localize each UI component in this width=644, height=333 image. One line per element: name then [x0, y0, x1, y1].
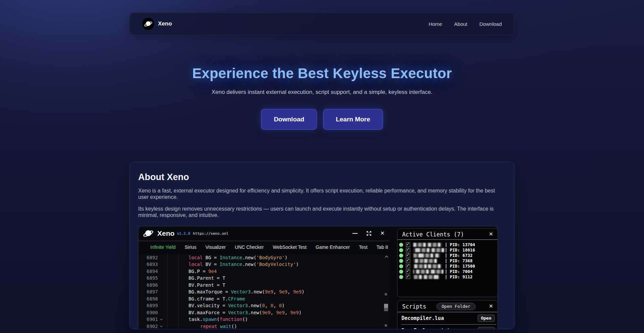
line-number: 6901: [147, 317, 159, 322]
client-name-blurred: [413, 248, 445, 252]
hero-subtitle: Xeno delivers instant external execution…: [0, 89, 644, 96]
tab-infinite-yield: Infinite Yield: [150, 244, 176, 250]
code-text: BV.velocity = Vector3.new(0, 0, 0): [165, 303, 285, 308]
code-line: 6893local BV = Instance.new('BodyVelocit…: [139, 261, 389, 268]
hero-buttons: Download Learn More: [0, 109, 644, 130]
script-list: Decompiler.luaOpenDex Explorer.txtOpen: [397, 312, 498, 329]
hero-section: Experience the Best Keyless Executor Xen…: [0, 65, 644, 130]
tab-sirius: Sirius: [185, 244, 197, 250]
xeno-app-window: Xeno v1.2.0 https://xeno.onl ✕ Infinite …: [139, 226, 389, 329]
download-button[interactable]: Download: [261, 109, 317, 130]
client-pid: | PID: 9112: [445, 274, 473, 279]
code-text: BG.cframe = T.CFrame: [165, 296, 245, 301]
code-line: 6900BV.maxForce = Vector3.new(9e9, 9e9, …: [139, 309, 389, 316]
code-line: 6897BG.maxTorque = Vector3.new(9e9, 9e9,…: [139, 288, 389, 295]
tab-unc-checker: UNC Checker: [235, 244, 264, 250]
navbar: Xeno HomeAboutDownload: [129, 12, 515, 35]
close-icon: ✕: [380, 231, 385, 236]
online-dot-icon: [399, 275, 403, 279]
client-checkbox: [406, 259, 410, 263]
tab-test: Test: [359, 244, 368, 250]
code-line: 6901task.spawn(function(): [139, 316, 389, 323]
line-gutter: 6892: [139, 255, 165, 260]
client-row: | PID: 7368: [399, 258, 495, 264]
online-dot-icon: [399, 264, 403, 268]
minimize-icon: [353, 233, 358, 234]
online-dot-icon: [399, 259, 403, 263]
app-screenshot: Xeno v1.2.0 https://xeno.onl ✕ Infinite …: [138, 226, 498, 329]
tab-websocket-test: WebSocket Test: [273, 244, 307, 250]
code-line: 6898BG.cframe = T.CFrame: [139, 295, 389, 302]
client-pid: | PID: 17500: [445, 264, 475, 269]
client-row: | PID: 17500: [399, 264, 495, 269]
line-gutter: 6896: [139, 282, 165, 288]
client-row: | PID: 9112: [399, 274, 495, 280]
active-clients-title: Active Clients (7): [402, 231, 464, 238]
open-folder-button: Open Folder: [436, 303, 475, 310]
script-tabbar: Infinite YieldSiriusVisualizerUNC Checke…: [139, 241, 389, 254]
script-item: Decompiler.luaOpen: [401, 312, 496, 325]
client-checkbox: [406, 248, 410, 252]
app-version: v1.2.0: [177, 231, 190, 236]
fold-chevron-icon: [160, 318, 163, 320]
code-text: BV.maxForce = Vector3.new(9e9, 9e9, 9e9): [165, 310, 302, 315]
client-name-blurred: [413, 275, 445, 279]
code-line: 6895BG.Parent = T: [139, 275, 389, 282]
client-checkbox: [406, 264, 410, 268]
indent-guide: [178, 254, 178, 329]
online-dot-icon: [399, 248, 403, 252]
script-name: Dex Explorer.txt: [401, 328, 450, 329]
line-number: 6892: [147, 255, 159, 260]
scripts-title: Scripts: [402, 303, 426, 310]
client-checkbox: [406, 242, 410, 247]
app-title: Xeno: [157, 229, 174, 237]
nav-link-download[interactable]: Download: [479, 21, 502, 27]
nav-link-about[interactable]: About: [454, 21, 467, 27]
about-heading: About Xeno: [138, 172, 506, 182]
client-checkbox: [406, 253, 410, 258]
fold-chevron-icon: [160, 324, 163, 327]
line-gutter: 6895: [139, 275, 165, 281]
client-row: | PID: 7004: [399, 269, 495, 274]
code-lines: 6892local BG = Instance.new('BodyGyro')6…: [139, 254, 389, 329]
code-line: 6899BV.velocity = Vector3.new(0, 0, 0): [139, 302, 389, 309]
nav-link-home[interactable]: Home: [429, 21, 442, 27]
script-item: Dex Explorer.txtOpen: [401, 325, 496, 329]
xeno-saturn-logo-icon: [142, 18, 154, 30]
tab-game-enhancer: Game Enhancer: [316, 244, 350, 250]
line-number: 6895: [147, 275, 159, 281]
code-line: 6892local BG = Instance.new('BodyGyro'): [139, 254, 389, 261]
about-paragraph-2: Its keyless design removes unnecessary r…: [138, 206, 506, 219]
code-text: local BG = Instance.new('BodyGyro'): [165, 255, 287, 260]
line-number: 6902: [147, 324, 159, 329]
client-pid: | PID: 18016: [445, 247, 475, 253]
code-text: BG.Parent = T: [165, 275, 225, 281]
client-row: | PID: 6732: [399, 253, 495, 258]
window-controls: ✕: [353, 230, 385, 236]
client-pid: | PID: 7004: [445, 269, 473, 274]
app-url: https://xeno.onl: [193, 231, 228, 236]
line-gutter: 6901: [139, 317, 165, 322]
code-line: 6902repeat wait(): [139, 323, 389, 329]
online-dot-icon: [399, 270, 403, 274]
line-gutter: 6894: [139, 269, 165, 274]
client-name-blurred: [413, 259, 445, 263]
xeno-saturn-logo-icon: [143, 228, 154, 239]
hero-title: Experience the Best Keyless Executor: [0, 65, 644, 81]
code-editor: 6892local BG = Instance.new('BodyGyro')6…: [139, 254, 389, 329]
online-dot-icon: [399, 243, 403, 247]
learn-more-button[interactable]: Learn More: [323, 109, 383, 130]
online-dot-icon: [399, 254, 403, 258]
line-number: 6900: [147, 310, 159, 315]
line-number: 6899: [147, 303, 159, 308]
scripts-header: Scripts Open Folder ✕: [397, 300, 498, 311]
scrollbar-mark: [385, 293, 387, 295]
scrollbar-mark: [385, 324, 387, 327]
client-row: | PID: 18016: [399, 247, 495, 253]
open-script-button: Open: [478, 327, 495, 329]
line-gutter: 6898: [139, 296, 165, 301]
client-name-blurred: [413, 243, 445, 247]
client-checkbox: [406, 269, 410, 274]
script-name: Decompiler.lua: [401, 315, 444, 321]
tab-visualizer: Visualizer: [206, 244, 226, 250]
